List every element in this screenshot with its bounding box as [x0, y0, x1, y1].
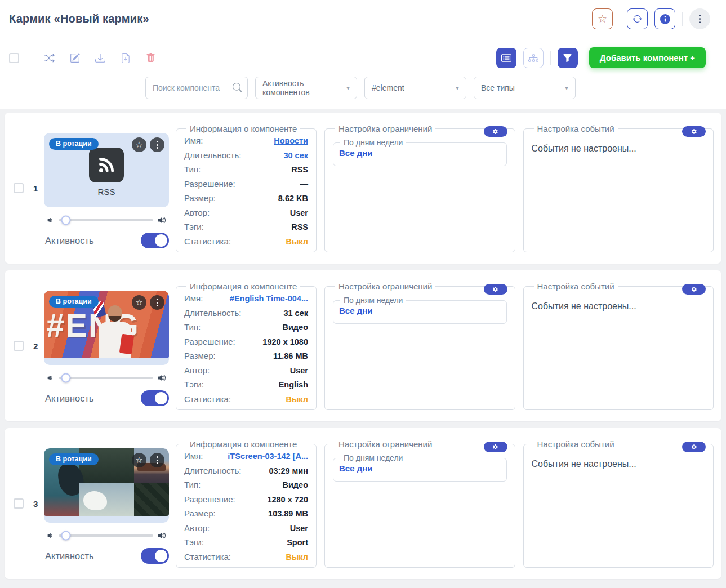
days-of-week-panel: По дням недели Все дни	[333, 453, 507, 482]
restrictions-settings-button[interactable]	[484, 126, 507, 137]
component-thumbnail[interactable]: В ротации ☆ RSS	[44, 133, 169, 207]
chevron-down-icon: ▾	[456, 84, 459, 92]
shuffle-icon[interactable]	[44, 53, 55, 63]
bulk-action-icons	[44, 53, 155, 63]
header-actions: ☆	[592, 8, 710, 29]
file-export-icon[interactable]	[121, 53, 131, 63]
volume-high-icon	[158, 531, 167, 540]
activity-toggle[interactable]	[141, 233, 169, 248]
filters-row: Активность комопнентов ▾ #element ▾ Все …	[0, 68, 726, 109]
events-settings-button[interactable]	[682, 126, 706, 137]
all-days-value[interactable]: Все дни	[339, 464, 373, 473]
gear-icon	[492, 128, 498, 135]
thumb-menu-button[interactable]	[150, 295, 164, 310]
events-panel: Настройка событий События не настроены..…	[523, 439, 714, 568]
rotation-badge: В ротации	[49, 138, 99, 150]
row-number: 2	[33, 341, 38, 351]
schema-view-icon	[528, 53, 538, 63]
divider	[682, 12, 683, 26]
days-of-week-panel: По дням недели Все дни	[333, 296, 507, 324]
volume-high-icon	[158, 373, 167, 382]
volume-knob[interactable]	[61, 216, 71, 225]
presenter-figure	[98, 305, 132, 358]
all-days-value[interactable]: Все дни	[339, 306, 373, 315]
gear-icon	[691, 444, 697, 450]
info-button[interactable]	[654, 8, 675, 29]
add-component-button[interactable]: Добавить компонент +	[589, 47, 706, 68]
volume-low-icon	[46, 216, 54, 224]
duration-link[interactable]: 30 сек	[283, 151, 308, 160]
volume-slider	[46, 373, 167, 382]
more-menu-button[interactable]	[689, 8, 710, 29]
schema-view-button[interactable]	[523, 48, 544, 68]
list-view-button[interactable]	[496, 48, 516, 68]
rotation-badge: В ротации	[49, 453, 99, 465]
volume-knob[interactable]	[61, 531, 71, 541]
thumbnail-caption: RSS	[98, 187, 115, 197]
filter-button[interactable]	[558, 48, 578, 68]
no-events-text: События не настроены...	[532, 301, 706, 311]
restrictions-settings-button[interactable]	[484, 284, 507, 295]
all-days-value[interactable]: Все дни	[339, 148, 373, 158]
activity-toggle[interactable]	[141, 548, 169, 564]
restrictions-panel: Настройка ограничений По дням недели Все…	[324, 282, 515, 410]
select-all-checkbox[interactable]	[9, 53, 19, 63]
restrictions-panel: Настройка ограничений По дням недели Все…	[324, 124, 515, 252]
refresh-icon	[633, 14, 642, 24]
activity-toggle[interactable]	[141, 390, 169, 406]
volume-low-icon	[46, 374, 54, 382]
rss-icon	[89, 148, 124, 182]
component-name-link[interactable]: Новости	[274, 136, 308, 145]
row-checkbox[interactable]	[14, 183, 24, 193]
component-name-link[interactable]: #English Time-004...	[230, 294, 308, 303]
type-dropdown[interactable]: Все типы ▾	[474, 77, 576, 99]
divider	[620, 12, 620, 26]
events-panel: Настройка событий События не настроены..…	[523, 282, 714, 410]
component-thumbnail[interactable]: #ENG В ротации ☆	[44, 291, 169, 365]
list-view-icon	[501, 53, 511, 63]
activity-label: Активность	[45, 551, 94, 562]
activity-dropdown[interactable]: Активность комопнентов ▾	[255, 77, 357, 99]
row-number: 3	[33, 499, 38, 509]
download-icon[interactable]	[95, 53, 105, 63]
events-settings-button[interactable]	[682, 442, 706, 452]
volume-low-icon	[46, 532, 54, 540]
view-controls: Добавить компонент +	[496, 47, 706, 68]
component-name-link[interactable]: iTScreen-03-142 [A...	[228, 452, 308, 461]
activity-label: Активность	[45, 393, 94, 404]
component-thumbnail[interactable]: В ротации ☆	[44, 448, 169, 523]
element-dropdown[interactable]: #element ▾	[364, 77, 466, 99]
refresh-button[interactable]	[627, 8, 648, 29]
star-button[interactable]: ☆	[132, 295, 146, 310]
component-card-3: 3 В ротации ☆	[5, 428, 721, 579]
events-settings-button[interactable]	[682, 284, 706, 295]
no-events-text: События не настроены...	[532, 144, 706, 154]
volume-knob[interactable]	[61, 373, 71, 383]
star-button[interactable]: ☆	[132, 137, 146, 152]
favorite-button[interactable]: ☆	[592, 8, 613, 29]
info-icon	[660, 14, 670, 24]
thumb-menu-button[interactable]	[150, 137, 164, 152]
divider	[30, 52, 30, 64]
edit-icon[interactable]	[70, 53, 80, 63]
component-search	[145, 77, 248, 99]
chevron-down-icon: ▾	[565, 84, 568, 92]
volume-slider	[46, 216, 167, 225]
trash-icon[interactable]	[146, 53, 155, 63]
days-of-week-panel: По дням недели Все дни	[333, 138, 507, 166]
volume-slider	[46, 531, 167, 540]
divider	[550, 51, 551, 65]
chevron-down-icon: ▾	[346, 84, 350, 92]
star-icon: ☆	[598, 12, 607, 25]
thumb-menu-button[interactable]	[150, 453, 164, 467]
volume-high-icon	[158, 216, 167, 225]
row-checkbox[interactable]	[14, 341, 24, 351]
component-info: Информация о компоненте Имя:#English Tim…	[176, 282, 317, 410]
restrictions-settings-button[interactable]	[484, 442, 507, 452]
stats-status: Выкл	[286, 395, 309, 404]
toolbar: Добавить компонент +	[0, 38, 726, 68]
component-info: Информация о компоненте Имя:iTScreen-03-…	[176, 439, 317, 568]
page-header: Кармик «Новый кармик» ☆	[0, 0, 726, 38]
star-button[interactable]: ☆	[132, 453, 146, 467]
row-checkbox[interactable]	[14, 498, 24, 509]
